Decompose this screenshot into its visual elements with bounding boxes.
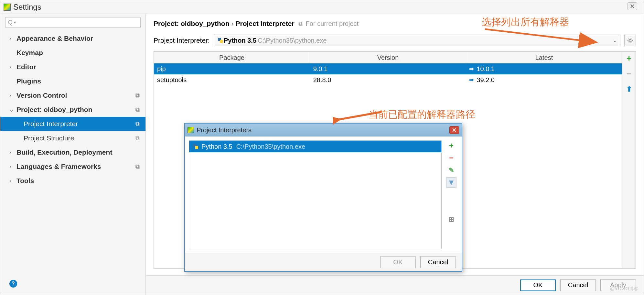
tree-appearance[interactable]: ›Appearance & Behavior: [0, 31, 145, 46]
chevron-right-icon: ›: [9, 64, 16, 70]
col-latest[interactable]: Latest: [466, 52, 622, 63]
package-header: Package Version Latest: [154, 52, 622, 63]
project-interpreters-dialog: Project Interpreters Python 3.5 C:\Pytho…: [184, 123, 462, 272]
dialog-cancel-button[interactable]: Cancel: [420, 257, 456, 268]
tree-editor[interactable]: ›Editor: [0, 60, 145, 74]
dialog-titlebar: Project Interpreters: [185, 124, 462, 137]
copy-icon: ⧉: [135, 106, 140, 113]
tree-project[interactable]: ⌄Project: oldboy_python⧉: [0, 103, 145, 117]
gear-button[interactable]: [624, 35, 636, 46]
chevron-right-icon: ›: [9, 149, 16, 155]
upgrade-package-button[interactable]: ⬆: [624, 84, 634, 94]
breadcrumb: Project: oldboy_python › Project Interpr…: [146, 14, 644, 32]
paths-button[interactable]: ⊞: [446, 190, 456, 249]
add-interpreter-button[interactable]: +: [446, 140, 456, 151]
chevron-down-icon: ⌄: [613, 38, 617, 43]
pycharm-icon: [4, 4, 11, 11]
dialog-side-toolbar: + − ✎ ▼ ⊞: [445, 140, 458, 249]
close-icon: [630, 4, 635, 8]
python-icon: [217, 37, 224, 44]
bottom-bar: OK Cancel Apply: [146, 275, 644, 295]
watermark: @51CTO博客: [610, 286, 638, 292]
filter-button[interactable]: ▼: [446, 177, 456, 188]
col-version[interactable]: Version: [310, 52, 466, 63]
tree-languages[interactable]: ›Languages & Frameworks⧉: [0, 159, 145, 174]
cancel-button[interactable]: Cancel: [560, 279, 596, 291]
dialog-body: Python 3.5 C:\Python35\python.exe + − ✎ …: [185, 137, 462, 253]
copy-icon: ⧉: [135, 92, 140, 99]
copy-icon: ⧉: [298, 20, 303, 27]
dialog-ok-button[interactable]: OK: [380, 257, 416, 268]
gear-icon: [627, 37, 633, 44]
dialog-bottom-bar: OK Cancel: [185, 253, 462, 271]
chevron-down-icon: ▾: [14, 20, 16, 25]
copy-icon: ⧉: [135, 135, 140, 142]
window-close-button[interactable]: [628, 2, 637, 10]
titlebar: Settings: [0, 0, 644, 14]
add-package-button[interactable]: +: [624, 53, 634, 63]
chevron-right-icon: ›: [9, 93, 16, 98]
interpreter-label: Project Interpreter:: [154, 37, 210, 44]
chevron-right-icon: ›: [9, 178, 16, 184]
pycharm-icon: [188, 127, 194, 133]
settings-tree: ›Appearance & Behavior Keymap ›Editor Pl…: [0, 31, 145, 280]
package-side-toolbar: + − ⬆: [622, 52, 636, 268]
upgrade-icon: ➡: [469, 63, 474, 74]
copy-icon: ⧉: [135, 163, 140, 170]
search-icon: Q: [8, 19, 13, 26]
chevron-right-icon: ›: [9, 36, 16, 41]
tree-project-structure[interactable]: Project Structure⧉: [0, 131, 145, 145]
close-icon: [452, 128, 456, 132]
chevron-right-icon: ›: [9, 164, 16, 169]
tree-build[interactable]: ›Build, Execution, Deployment: [0, 145, 145, 159]
help-button[interactable]: ?: [9, 280, 17, 288]
list-item[interactable]: Python 3.5 C:\Python35\python.exe: [189, 141, 441, 152]
interpreter-dropdown[interactable]: Python 3.5C:\Python35\python.exe ⌄: [214, 35, 620, 46]
tree-plugins[interactable]: Plugins: [0, 74, 145, 88]
dialog-close-button[interactable]: [449, 126, 459, 134]
search-input[interactable]: Q ▾: [5, 17, 141, 27]
table-row[interactable]: setuptools 28.8.0 ➡39.2.0: [154, 74, 622, 85]
edit-interpreter-button[interactable]: ✎: [446, 165, 456, 175]
tree-keymap[interactable]: Keymap: [0, 46, 145, 60]
interpreter-row: Project Interpreter: Python 3.5C:\Python…: [146, 32, 644, 51]
table-row[interactable]: pip 9.0.1 ➡10.0.1: [154, 63, 622, 74]
tree-project-interpreter[interactable]: Project Interpreter⧉: [0, 117, 145, 131]
svg-point-0: [629, 39, 631, 41]
upgrade-icon: ➡: [469, 74, 474, 85]
col-package[interactable]: Package: [154, 52, 310, 63]
sidebar: Q ▾ ›Appearance & Behavior Keymap ›Edito…: [0, 14, 146, 295]
copy-icon: ⧉: [135, 121, 140, 127]
tree-tools[interactable]: ›Tools: [0, 174, 145, 188]
remove-package-button[interactable]: −: [624, 69, 634, 79]
chevron-down-icon: ⌄: [9, 107, 16, 113]
ok-button[interactable]: OK: [520, 279, 556, 291]
interpreter-list[interactable]: Python 3.5 C:\Python35\python.exe: [189, 140, 442, 249]
window-title: Settings: [13, 3, 41, 12]
tree-version-control[interactable]: ›Version Control⧉: [0, 88, 145, 103]
remove-interpreter-button[interactable]: −: [446, 153, 456, 163]
python-icon: [192, 143, 199, 150]
